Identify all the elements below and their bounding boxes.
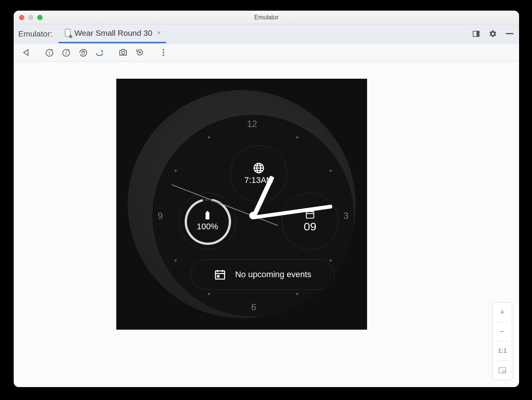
world-clock-complication[interactable]: 7:13AM [230,145,287,202]
minute-dot [296,293,298,295]
tab-label: Wear Small Round 30 [74,29,152,38]
hour-marker-12: 12 [247,119,257,129]
window-title: Emulator [14,14,519,21]
date-complication[interactable]: 09 [282,193,339,250]
close-window-button[interactable] [19,15,24,20]
svg-text:1: 1 [48,51,51,55]
more-button[interactable] [157,46,170,59]
zoom-out-button[interactable]: − [492,322,512,341]
zoom-panel: + − 1:1 [492,302,512,380]
minute-dot [208,136,210,138]
window-controls [19,15,43,20]
watch-bezel: 12 3 6 9 7:13AM [128,90,356,318]
agenda-text: No upcoming events [235,270,312,279]
tabbar: Emulator: Wear Small Round 30 × [14,24,519,43]
svg-point-12 [163,52,164,53]
tabbar-label: Emulator: [17,29,56,38]
agenda-complication[interactable]: No upcoming events [190,259,335,290]
zoom-in-button[interactable]: + [492,303,512,322]
globe-icon [253,162,264,174]
svg-rect-33 [503,371,505,373]
minute-dot [329,259,332,262]
device-screen[interactable]: 12 3 6 9 7:13AM [116,79,367,330]
window-mode-button[interactable] [470,28,482,40]
emulator-viewport: 12 3 6 9 7:13AM [14,62,519,387]
emulator-window: Emulator Emulator: Wear Small Round 30 × [14,11,519,387]
zoom-window-button[interactable] [37,15,43,20]
svg-point-10 [139,51,141,53]
hour-marker-3: 3 [344,211,348,221]
minute-dot [208,293,210,295]
calendar-today-icon [214,268,226,281]
hour-marker-9: 9 [158,211,163,221]
close-tab-button[interactable]: × [157,29,161,37]
emulator-toolbar: 1 2 [14,43,519,62]
screenshot-button[interactable] [116,46,130,59]
minute-dot [174,259,177,262]
svg-text:2: 2 [65,51,67,55]
watch-face[interactable]: 12 3 6 9 7:13AM [152,115,354,316]
svg-rect-1 [477,31,479,37]
zoom-fit-button[interactable] [492,361,512,380]
svg-rect-31 [217,275,220,278]
svg-point-11 [163,49,164,51]
button-2-icon[interactable]: 2 [59,46,73,59]
hide-button[interactable] [504,28,515,40]
svg-point-13 [163,54,164,56]
minute-dot [174,170,177,172]
date-text: 09 [304,220,316,233]
svg-rect-23 [306,211,314,218]
back-button[interactable] [19,46,33,59]
svg-rect-32 [499,368,506,373]
battery-complication[interactable]: 100% [179,193,236,250]
tab-wear-device[interactable]: Wear Small Round 30 × [59,24,166,43]
hour-marker-6: 6 [251,302,256,313]
button-1-icon[interactable]: 1 [43,46,56,59]
watch-center [249,212,257,219]
palm-button[interactable] [76,46,90,59]
titlebar: Emulator [14,11,519,24]
svg-point-9 [122,51,125,54]
minute-dot [296,136,298,138]
minimize-window-button[interactable] [28,15,33,20]
rotate-button[interactable] [133,46,147,59]
settings-button[interactable] [487,28,499,40]
svg-rect-2 [506,33,513,34]
minute-dot [329,170,332,172]
device-icon [64,29,71,37]
tilt-button[interactable] [93,46,106,59]
zoom-actual-button[interactable]: 1:1 [492,341,512,360]
svg-rect-27 [215,271,225,279]
